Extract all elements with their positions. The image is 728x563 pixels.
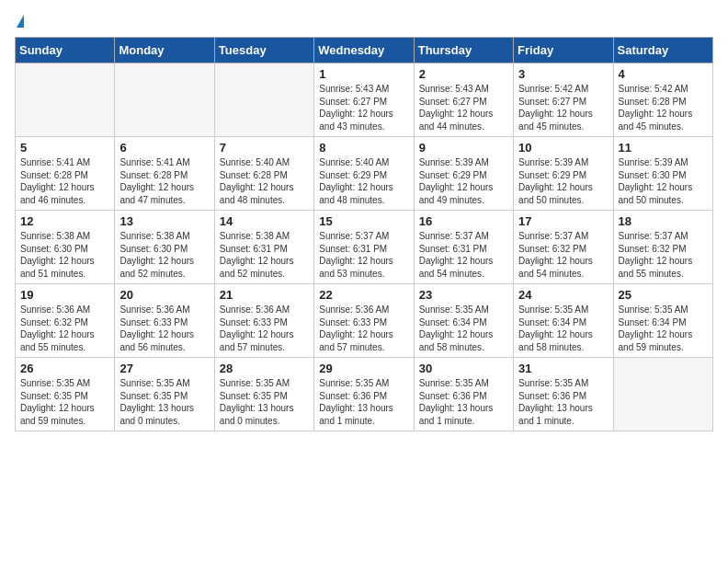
- calendar-cell: 28 Sunrise: 5:35 AM Sunset: 6:35 PM Dayl…: [214, 358, 313, 431]
- day-number: 25: [619, 288, 708, 302]
- day-info: Sunrise: 5:42 AM Sunset: 6:27 PM Dayligh…: [518, 83, 608, 132]
- calendar-header-saturday: Saturday: [613, 38, 712, 63]
- day-number: 15: [319, 214, 408, 228]
- day-number: 2: [419, 67, 508, 81]
- calendar-week-row: 1 Sunrise: 5:43 AM Sunset: 6:27 PM Dayli…: [16, 63, 713, 137]
- day-info: Sunrise: 5:38 AM Sunset: 6:31 PM Dayligh…: [220, 230, 309, 280]
- calendar-cell: 27 Sunrise: 5:35 AM Sunset: 6:35 PM Dayl…: [115, 358, 214, 431]
- calendar-cell: 6 Sunrise: 5:41 AM Sunset: 6:28 PM Dayli…: [115, 137, 214, 211]
- calendar-cell: 19 Sunrise: 5:36 AM Sunset: 6:32 PM Dayl…: [16, 284, 115, 358]
- calendar-cell: [214, 63, 313, 137]
- day-number: 30: [419, 362, 508, 375]
- day-info: Sunrise: 5:39 AM Sunset: 6:29 PM Dayligh…: [518, 156, 608, 206]
- calendar-cell: 5 Sunrise: 5:41 AM Sunset: 6:28 PM Dayli…: [16, 137, 115, 211]
- day-number: 11: [619, 141, 708, 155]
- day-info: Sunrise: 5:35 AM Sunset: 6:36 PM Dayligh…: [518, 377, 608, 427]
- calendar-cell: 9 Sunrise: 5:39 AM Sunset: 6:29 PM Dayli…: [414, 137, 513, 211]
- day-info: Sunrise: 5:39 AM Sunset: 6:30 PM Dayligh…: [619, 156, 708, 206]
- day-number: 21: [220, 288, 309, 302]
- calendar-cell: [613, 358, 712, 431]
- day-info: Sunrise: 5:35 AM Sunset: 6:35 PM Dayligh…: [220, 377, 309, 427]
- calendar-cell: [16, 63, 115, 137]
- calendar-week-row: 12 Sunrise: 5:38 AM Sunset: 6:30 PM Dayl…: [16, 211, 713, 284]
- calendar-cell: 30 Sunrise: 5:35 AM Sunset: 6:36 PM Dayl…: [414, 358, 513, 431]
- day-number: 10: [518, 141, 608, 155]
- day-number: 29: [319, 362, 408, 375]
- day-number: 1: [319, 67, 408, 81]
- day-info: Sunrise: 5:40 AM Sunset: 6:29 PM Dayligh…: [319, 156, 408, 206]
- day-info: Sunrise: 5:40 AM Sunset: 6:28 PM Dayligh…: [220, 156, 309, 206]
- calendar-cell: 24 Sunrise: 5:35 AM Sunset: 6:34 PM Dayl…: [514, 284, 613, 358]
- day-number: 16: [419, 214, 508, 228]
- calendar-cell: 16 Sunrise: 5:37 AM Sunset: 6:31 PM Dayl…: [414, 211, 513, 284]
- day-number: 18: [619, 214, 708, 228]
- calendar-header-sunday: Sunday: [16, 38, 115, 63]
- day-info: Sunrise: 5:35 AM Sunset: 6:36 PM Dayligh…: [319, 377, 408, 427]
- calendar-cell: 8 Sunrise: 5:40 AM Sunset: 6:29 PM Dayli…: [314, 137, 414, 211]
- day-number: 14: [220, 214, 309, 228]
- day-info: Sunrise: 5:41 AM Sunset: 6:28 PM Dayligh…: [20, 156, 109, 206]
- calendar-week-row: 26 Sunrise: 5:35 AM Sunset: 6:35 PM Dayl…: [16, 358, 713, 431]
- day-info: Sunrise: 5:37 AM Sunset: 6:32 PM Dayligh…: [518, 230, 608, 280]
- day-info: Sunrise: 5:37 AM Sunset: 6:31 PM Dayligh…: [419, 230, 508, 280]
- day-number: 3: [518, 67, 608, 81]
- day-info: Sunrise: 5:36 AM Sunset: 6:33 PM Dayligh…: [220, 304, 309, 353]
- logo: [15, 15, 24, 28]
- day-info: Sunrise: 5:35 AM Sunset: 6:34 PM Dayligh…: [619, 304, 708, 353]
- day-info: Sunrise: 5:38 AM Sunset: 6:30 PM Dayligh…: [119, 230, 209, 280]
- calendar-cell: 22 Sunrise: 5:36 AM Sunset: 6:33 PM Dayl…: [314, 284, 414, 358]
- calendar-cell: 23 Sunrise: 5:35 AM Sunset: 6:34 PM Dayl…: [414, 284, 513, 358]
- day-number: 9: [419, 141, 508, 155]
- calendar-header-tuesday: Tuesday: [214, 38, 313, 63]
- calendar-header-row: SundayMondayTuesdayWednesdayThursdayFrid…: [16, 38, 713, 63]
- day-info: Sunrise: 5:36 AM Sunset: 6:33 PM Dayligh…: [319, 304, 408, 353]
- day-info: Sunrise: 5:43 AM Sunset: 6:27 PM Dayligh…: [319, 83, 408, 132]
- calendar-cell: 26 Sunrise: 5:35 AM Sunset: 6:35 PM Dayl…: [16, 358, 115, 431]
- day-number: 19: [20, 288, 109, 302]
- day-info: Sunrise: 5:36 AM Sunset: 6:33 PM Dayligh…: [119, 304, 209, 353]
- calendar-cell: 4 Sunrise: 5:42 AM Sunset: 6:28 PM Dayli…: [613, 63, 712, 137]
- day-info: Sunrise: 5:35 AM Sunset: 6:36 PM Dayligh…: [419, 377, 508, 427]
- day-info: Sunrise: 5:43 AM Sunset: 6:27 PM Dayligh…: [419, 83, 508, 132]
- day-info: Sunrise: 5:41 AM Sunset: 6:28 PM Dayligh…: [119, 156, 209, 206]
- calendar-cell: 12 Sunrise: 5:38 AM Sunset: 6:30 PM Dayl…: [16, 211, 115, 284]
- calendar-cell: 11 Sunrise: 5:39 AM Sunset: 6:30 PM Dayl…: [613, 137, 712, 211]
- day-info: Sunrise: 5:35 AM Sunset: 6:35 PM Dayligh…: [20, 377, 109, 427]
- calendar-cell: 29 Sunrise: 5:35 AM Sunset: 6:36 PM Dayl…: [314, 358, 414, 431]
- calendar-cell: 21 Sunrise: 5:36 AM Sunset: 6:33 PM Dayl…: [214, 284, 313, 358]
- calendar-cell: 15 Sunrise: 5:37 AM Sunset: 6:31 PM Dayl…: [314, 211, 414, 284]
- logo-icon: [17, 15, 24, 28]
- day-number: 28: [220, 362, 309, 375]
- calendar-header-friday: Friday: [514, 38, 613, 63]
- calendar-cell: 14 Sunrise: 5:38 AM Sunset: 6:31 PM Dayl…: [214, 211, 313, 284]
- day-number: 23: [419, 288, 508, 302]
- calendar-cell: 3 Sunrise: 5:42 AM Sunset: 6:27 PM Dayli…: [514, 63, 613, 137]
- calendar-cell: 13 Sunrise: 5:38 AM Sunset: 6:30 PM Dayl…: [115, 211, 214, 284]
- calendar-cell: 25 Sunrise: 5:35 AM Sunset: 6:34 PM Dayl…: [613, 284, 712, 358]
- day-number: 31: [518, 362, 608, 375]
- day-number: 17: [518, 214, 608, 228]
- day-number: 26: [20, 362, 109, 375]
- header: [15, 15, 713, 28]
- day-number: 24: [518, 288, 608, 302]
- calendar-week-row: 19 Sunrise: 5:36 AM Sunset: 6:32 PM Dayl…: [16, 284, 713, 358]
- day-number: 27: [119, 362, 209, 375]
- day-info: Sunrise: 5:42 AM Sunset: 6:28 PM Dayligh…: [619, 83, 708, 132]
- day-info: Sunrise: 5:35 AM Sunset: 6:34 PM Dayligh…: [419, 304, 508, 353]
- day-info: Sunrise: 5:35 AM Sunset: 6:35 PM Dayligh…: [119, 377, 209, 427]
- day-number: 12: [20, 214, 109, 228]
- calendar-week-row: 5 Sunrise: 5:41 AM Sunset: 6:28 PM Dayli…: [16, 137, 713, 211]
- day-number: 5: [20, 141, 109, 155]
- calendar-cell: 31 Sunrise: 5:35 AM Sunset: 6:36 PM Dayl…: [514, 358, 613, 431]
- day-info: Sunrise: 5:39 AM Sunset: 6:29 PM Dayligh…: [419, 156, 508, 206]
- calendar-cell: 1 Sunrise: 5:43 AM Sunset: 6:27 PM Dayli…: [314, 63, 414, 137]
- calendar-header-wednesday: Wednesday: [314, 38, 414, 63]
- calendar-header-thursday: Thursday: [414, 38, 513, 63]
- day-number: 22: [319, 288, 408, 302]
- day-number: 4: [619, 67, 708, 81]
- day-info: Sunrise: 5:38 AM Sunset: 6:30 PM Dayligh…: [20, 230, 109, 280]
- day-info: Sunrise: 5:36 AM Sunset: 6:32 PM Dayligh…: [20, 304, 109, 353]
- calendar-cell: [115, 63, 214, 137]
- calendar-table: SundayMondayTuesdayWednesdayThursdayFrid…: [15, 37, 713, 431]
- calendar-cell: 10 Sunrise: 5:39 AM Sunset: 6:29 PM Dayl…: [514, 137, 613, 211]
